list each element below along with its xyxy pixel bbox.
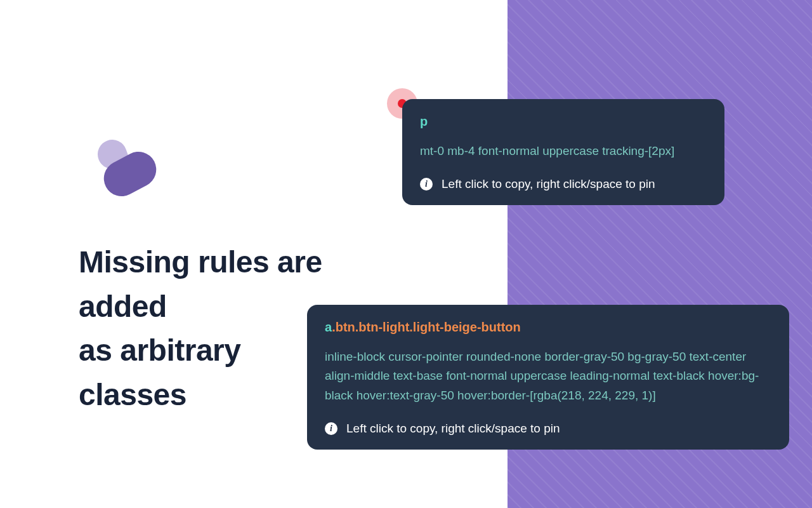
- hint-text: Left click to copy, right click/space to…: [442, 177, 655, 191]
- hint-text: Left click to copy, right click/space to…: [346, 422, 560, 436]
- info-icon: i: [420, 178, 433, 190]
- info-icon: i: [325, 422, 337, 435]
- app-logo: [94, 138, 157, 202]
- tailwind-classes: inline-block cursor-pointer rounded-none…: [325, 347, 771, 405]
- tooltip-hint: i Left click to copy, right click/space …: [325, 422, 771, 436]
- selector-tag: a: [325, 320, 332, 334]
- tooltip-hint: i Left click to copy, right click/space …: [420, 177, 707, 191]
- headline-text: Missing rules are added as arbitrary cla…: [79, 240, 322, 417]
- tailwind-classes: mt-0 mb-4 font-normal uppercase tracking…: [420, 142, 707, 161]
- selector-class: .btn.btn-light.light-beige-button: [332, 320, 521, 334]
- inspector-tooltip-1[interactable]: p mt-0 mb-4 font-normal uppercase tracki…: [402, 99, 724, 205]
- css-selector: p: [420, 114, 707, 129]
- inspector-tooltip-2[interactable]: a.btn.btn-light.light-beige-button inlin…: [307, 305, 789, 450]
- selector-tag: p: [420, 114, 428, 128]
- css-selector: a.btn.btn-light.light-beige-button: [325, 320, 771, 335]
